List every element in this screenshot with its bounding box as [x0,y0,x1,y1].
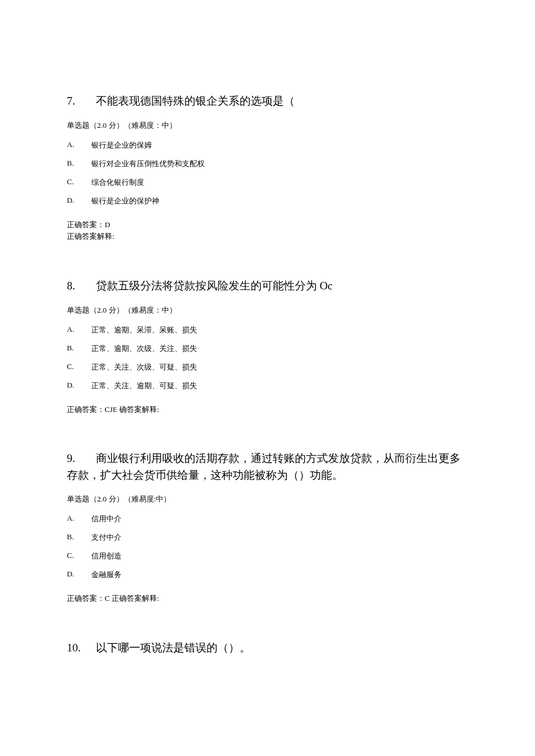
option-row: B.支付中介 [67,532,468,543]
answer-block: 正确答案：CJE 确答案解释: [67,404,468,416]
answer-block: 正确答案：D 正确答案解释: [67,219,468,243]
option-text: 正常、逾期、次级、关注、损失 [91,343,197,354]
option-letter: D. [67,381,91,391]
answer-line: 正确答案：C 正确答案解释: [67,593,468,605]
question-number: 10. [67,640,96,657]
option-text: 正常、逾期、呆滞、呆账、损失 [91,325,197,335]
option-text: 正常、关注、逾期、可疑、损失 [91,381,197,391]
option-letter: A. [67,140,91,151]
question-block: 9.商业银行利用吸收的活期存款，通过转账的方式发放贷款，从而衍生出更多存款，扩大… [67,450,468,605]
answer-block: 正确答案：C 正确答案解释: [67,593,468,605]
option-letter: C. [67,551,91,561]
option-row: B.银行对企业有压倒性优势和支配权 [67,159,468,169]
question-title: 7.不能表现德国特殊的银企关系的选项是（ [67,93,468,110]
question-block: 10.以下哪一项说法是错误的（）。 [67,640,468,657]
question-text: 以下哪一项说法是错误的（）。 [96,642,251,654]
option-row: B.正常、逾期、次级、关注、损失 [67,343,468,354]
option-text: 正常、关注、次级、可疑、损失 [91,362,197,372]
option-letter: A. [67,325,91,335]
option-row: A.信用中介 [67,514,468,524]
option-row: C.正常、关注、次级、可疑、损失 [67,362,468,372]
option-list: A.正常、逾期、呆滞、呆账、损失 B.正常、逾期、次级、关注、损失 C.正常、关… [67,325,468,391]
question-title: 8.贷款五级分法将贷款按风险发生的可能性分为 Oc [67,278,468,295]
question-meta: 单选题（2.0 分）（难易度：中） [67,120,468,131]
answer-line: 正确答案：CJE 确答案解释: [67,404,468,416]
option-row: A.银行是企业的保姆 [67,140,468,151]
question-text: 贷款五级分法将贷款按风险发生的可能性分为 Oc [96,280,333,292]
answer-line: 正确答案：D [67,219,468,231]
option-list: A.信用中介 B.支付中介 C.信用创造 D.金融服务 [67,514,468,580]
question-number: 8. [67,278,96,295]
option-letter: D. [67,569,91,580]
option-list: A.银行是企业的保姆 B.银行对企业有压倒性优势和支配权 C.综合化银行制度 D… [67,140,468,206]
option-row: C.信用创造 [67,551,468,561]
option-text: 信用中介 [91,514,122,524]
option-row: D.正常、关注、逾期、可疑、损失 [67,381,468,391]
question-number: 7. [67,93,96,110]
option-letter: A. [67,514,91,524]
option-letter: C. [67,177,91,188]
document-page: 7.不能表现德国特殊的银企关系的选项是（ 单选题（2.0 分）（难易度：中） A… [0,0,535,756]
option-row: C.综合化银行制度 [67,177,468,188]
option-letter: B. [67,343,91,354]
option-letter: B. [67,159,91,169]
question-meta: 单选题（2.0 分）（难易度:中） [67,494,468,504]
option-letter: D. [67,196,91,206]
question-title: 9.商业银行利用吸收的活期存款，通过转账的方式发放贷款，从而衍生出更多存款，扩大… [67,450,468,483]
question-block: 8.贷款五级分法将贷款按风险发生的可能性分为 Oc 单选题（2.0 分）（难易度… [67,278,468,415]
option-text: 银行是企业的保姆 [91,140,152,151]
option-text: 金融服务 [91,569,122,580]
option-row: A.正常、逾期、呆滞、呆账、损失 [67,325,468,335]
question-block: 7.不能表现德国特殊的银企关系的选项是（ 单选题（2.0 分）（难易度：中） A… [67,93,468,243]
question-meta: 单选题（2.0 分）（难易度：中） [67,305,468,316]
option-text: 综合化银行制度 [91,177,144,188]
option-text: 信用创造 [91,551,122,561]
option-text: 银行是企业的保护神 [91,196,159,206]
option-letter: B. [67,532,91,543]
question-number: 9. [67,450,96,467]
option-text: 支付中介 [91,532,122,543]
option-row: D.金融服务 [67,569,468,580]
option-row: D.银行是企业的保护神 [67,196,468,206]
question-text: 商业银行利用吸收的活期存款，通过转账的方式发放贷款，从而衍生出更多存款，扩大社会… [67,452,461,481]
question-title: 10.以下哪一项说法是错误的（）。 [67,640,468,657]
option-letter: C. [67,362,91,372]
question-text: 不能表现德国特殊的银企关系的选项是（ [96,95,295,107]
option-text: 银行对企业有压倒性优势和支配权 [91,159,205,169]
answer-explain: 正确答案解释: [67,231,468,243]
